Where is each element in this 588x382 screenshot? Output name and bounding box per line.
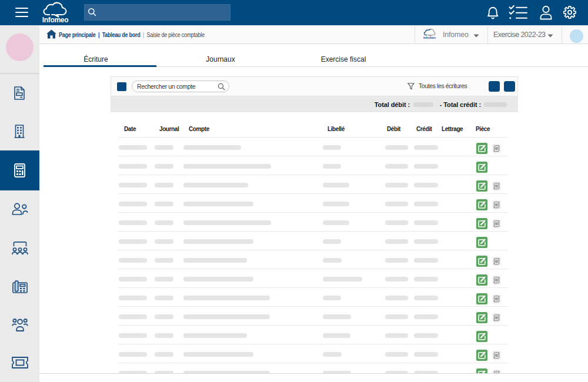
svg-text:Infomeo: Infomeo <box>42 16 69 24</box>
svg-text:Infomeo: Infomeo <box>423 36 436 39</box>
